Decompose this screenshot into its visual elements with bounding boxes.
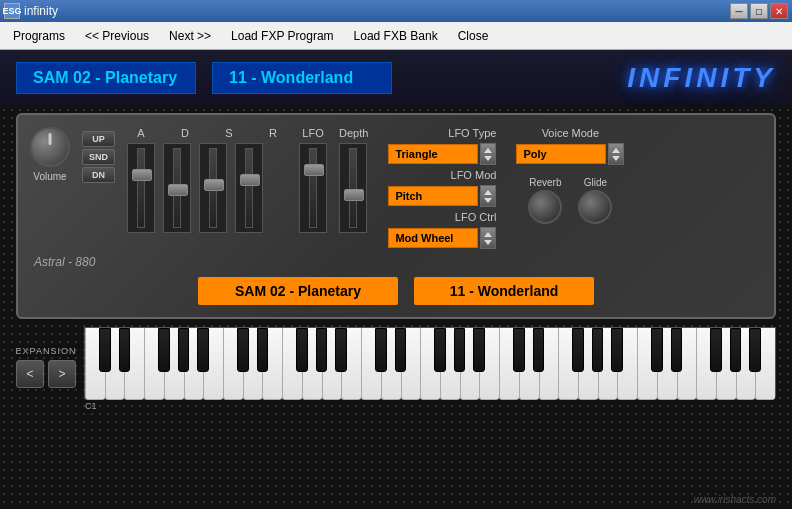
black-key[interactable] (710, 328, 722, 372)
note-spacer5 (399, 401, 462, 411)
adsr-sustain-slider[interactable] (199, 143, 227, 233)
volume-knob[interactable] (30, 127, 70, 167)
black-key[interactable] (316, 328, 328, 372)
title-bar-left: ESG infinity (4, 3, 58, 19)
release-thumb[interactable] (240, 174, 260, 186)
black-key[interactable] (237, 328, 249, 372)
menu-load-fxb[interactable]: Load FXB Bank (345, 25, 447, 47)
voice-mode-section: Voice Mode Poly Reverb Glide (516, 127, 624, 224)
bottom-preset-display: 11 - Wonderland (414, 277, 594, 305)
adsr-release-slider[interactable] (235, 143, 263, 233)
depth-slider[interactable] (339, 143, 367, 233)
sustain-thumb[interactable] (204, 179, 224, 191)
note-spacer1 (148, 401, 211, 411)
glide-knob[interactable] (578, 190, 612, 224)
adsr-labels: A D S R (127, 127, 287, 139)
lfo-type-value[interactable]: Triangle (388, 144, 478, 164)
depth-label: Depth (339, 127, 368, 139)
menu-previous[interactable]: << Previous (76, 25, 158, 47)
black-key[interactable] (473, 328, 485, 372)
reverb-section: Reverb (528, 177, 562, 224)
close-button[interactable]: ✕ (770, 3, 788, 19)
lfo-ctrl-label: LFO Ctrl (388, 211, 496, 223)
black-key[interactable] (99, 328, 111, 372)
lfo-section: LFO (299, 127, 327, 233)
menu-close[interactable]: Close (449, 25, 498, 47)
black-key[interactable] (257, 328, 269, 372)
lfo-ctrl-arrow[interactable] (480, 227, 496, 249)
black-key[interactable] (651, 328, 663, 372)
voice-mode-value[interactable]: Poly (516, 144, 606, 164)
black-key[interactable] (611, 328, 623, 372)
expansion-buttons: < > (16, 360, 76, 388)
black-key[interactable] (749, 328, 761, 372)
arrow-up-icon (484, 232, 492, 237)
menu-next[interactable]: Next >> (160, 25, 220, 47)
black-key[interactable] (335, 328, 347, 372)
black-key[interactable] (296, 328, 308, 372)
menu-programs[interactable]: Programs (4, 25, 74, 47)
adsr-d-label: D (171, 127, 199, 139)
controls-row: Volume UP SND DN A D S R (30, 127, 762, 249)
lfo-slider[interactable] (299, 143, 327, 233)
reverb-knob[interactable] (528, 190, 562, 224)
note-c1: C1 (84, 401, 148, 411)
note-spacer2 (211, 401, 274, 411)
black-key[interactable] (533, 328, 545, 372)
keyboard-right-button[interactable]: > (48, 360, 76, 388)
keyboard-wrapper: C1 (84, 327, 776, 407)
bottom-program-display: SAM 02 - Planetary (198, 277, 398, 305)
lfo-mod-arrow[interactable] (480, 185, 496, 207)
lfo-thumb[interactable] (304, 164, 324, 176)
attack-thumb[interactable] (132, 169, 152, 181)
black-key[interactable] (197, 328, 209, 372)
black-key[interactable] (158, 328, 170, 372)
keyboard-left-button[interactable]: < (16, 360, 44, 388)
up-button[interactable]: UP (82, 131, 115, 147)
footer: www.irishacts.com (694, 494, 776, 505)
footer-text: www.irishacts.com (694, 494, 776, 505)
black-key[interactable] (178, 328, 190, 372)
dn-button[interactable]: DN (82, 167, 115, 183)
black-key[interactable] (454, 328, 466, 372)
menu-load-fxp[interactable]: Load FXP Program (222, 25, 343, 47)
snd-button[interactable]: SND (82, 149, 115, 165)
adsr-r-label: R (259, 127, 287, 139)
black-key[interactable] (513, 328, 525, 372)
display-preset: 11 - Wonderland (212, 62, 392, 94)
arrow-down-icon (484, 156, 492, 161)
black-key[interactable] (730, 328, 742, 372)
black-key[interactable] (375, 328, 387, 372)
black-key[interactable] (119, 328, 131, 372)
arrow-down-icon (484, 198, 492, 203)
adsr-attack-slider[interactable] (127, 143, 155, 233)
bottom-display: SAM 02 - Planetary 11 - Wonderland (30, 277, 762, 305)
voice-mode-arrow[interactable] (608, 143, 624, 165)
display-program: SAM 02 - Planetary (16, 62, 196, 94)
maximize-button[interactable]: □ (750, 3, 768, 19)
black-key[interactable] (395, 328, 407, 372)
adsr-decay-slider[interactable] (163, 143, 191, 233)
synth-body: SAM 02 - Planetary 11 - Wonderland INFIN… (0, 50, 792, 509)
adsr-sliders (127, 143, 287, 233)
lfo-type-dropdown-row: Triangle (388, 143, 496, 165)
decay-thumb[interactable] (168, 184, 188, 196)
lfo-ctrl-value[interactable]: Mod Wheel (388, 228, 478, 248)
lfo-mod-label: LFO Mod (388, 169, 496, 181)
black-key[interactable] (671, 328, 683, 372)
voice-mode-dropdown-row: Poly (516, 143, 624, 165)
lfo-mod-value[interactable]: Pitch (388, 186, 478, 206)
expansion-label: EXPANSION (16, 346, 77, 356)
lfo-type-arrow[interactable] (480, 143, 496, 165)
decay-track (173, 148, 181, 228)
adsr-a-label: A (127, 127, 155, 139)
note-c2-placeholder (525, 401, 588, 411)
menu-bar: Programs << Previous Next >> Load FXP Pr… (0, 22, 792, 50)
minimize-button[interactable]: ─ (730, 3, 748, 19)
app-icon-text: ESG (3, 6, 22, 16)
depth-thumb[interactable] (344, 189, 364, 201)
black-key[interactable] (434, 328, 446, 372)
window-controls: ─ □ ✕ (730, 3, 788, 19)
black-key[interactable] (572, 328, 584, 372)
black-key[interactable] (592, 328, 604, 372)
